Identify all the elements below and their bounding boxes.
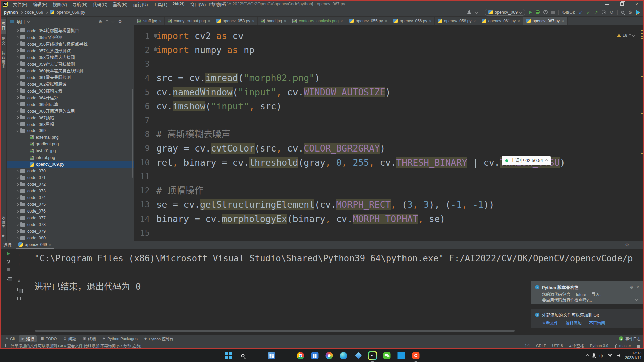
chevron-right-icon[interactable] [16, 109, 19, 112]
chevron-right-icon[interactable] [16, 89, 19, 92]
chevron-right-icon[interactable] [16, 170, 19, 172]
menu-item[interactable]: 编辑(E) [30, 0, 50, 8]
view-files-link[interactable]: 查看文件 [542, 320, 558, 326]
error-stripe[interactable] [640, 25, 644, 241]
tree-item[interactable]: interal.png [7, 154, 134, 161]
tab-stuff.jpg[interactable]: stuff.jpg× [134, 17, 165, 25]
stripe-item-拉取请求[interactable]: 拉取请求 [0, 48, 6, 72]
stripe-item-项目[interactable]: 项目 [0, 19, 6, 34]
tab-opencv_061.py[interactable]: opencv_061.py× [479, 17, 523, 25]
tab-opencv_055.py[interactable]: opencv_055.py× [346, 17, 390, 25]
close-icon[interactable]: × [252, 19, 254, 23]
line-separator[interactable]: CRLF [536, 344, 546, 348]
close-icon[interactable]: × [49, 243, 51, 247]
clear-console-icon[interactable] [17, 297, 21, 300]
close-icon[interactable]: × [159, 19, 161, 23]
tree-item[interactable]: code_061霍夫曼圆检测 [7, 74, 134, 80]
tree-item[interactable]: code_072 [7, 181, 134, 188]
menu-item[interactable]: 窗口(W) [187, 0, 208, 8]
stripe-item-提交[interactable]: 提交 [0, 34, 6, 48]
toolwindow-button-问题[interactable]: ⊘问题 [61, 335, 78, 342]
python-interpreter[interactable]: Python 3.9 [590, 344, 608, 348]
next-warning-icon[interactable] [632, 34, 635, 37]
notification-close-icon[interactable]: × [637, 285, 639, 290]
chevron-right-icon[interactable] [16, 36, 19, 38]
chevron-right-icon[interactable] [16, 116, 19, 118]
tree-item[interactable]: code_070 [7, 168, 134, 174]
restore-button[interactable] [614, 0, 629, 8]
close-icon[interactable]: × [341, 19, 343, 23]
tree-item[interactable]: code_074 [7, 194, 134, 201]
minimize-button[interactable]: — [600, 0, 614, 8]
dont-ask-link[interactable]: 不再询问 [589, 320, 605, 326]
git-commit-icon[interactable]: ✓ [586, 10, 590, 15]
chevron-right-icon[interactable] [16, 217, 19, 219]
hide-panel-icon[interactable]: — [126, 19, 130, 24]
inspections-widget[interactable]: 18 [617, 28, 635, 42]
close-button[interactable]: × [629, 0, 644, 8]
rollback-icon[interactable]: ↺ [610, 10, 614, 15]
close-icon[interactable]: × [385, 19, 387, 23]
git-push-icon[interactable]: ↗ [594, 10, 598, 15]
menu-item[interactable]: 代码(C) [90, 0, 110, 8]
chevron-right-icon[interactable] [16, 49, 19, 51]
prev-warning-icon[interactable] [629, 34, 631, 37]
toolwindow-button-运行[interactable]: ▶运行 [19, 335, 37, 342]
ime-indicator[interactable]: 中 [599, 353, 603, 358]
debug-button[interactable] [536, 10, 540, 14]
event-log-button[interactable]: 1事件日志 [619, 336, 641, 341]
tree-item[interactable]: code_057点多边形测试 [7, 47, 134, 54]
toolwindow-button-终端[interactable]: ▣终端 [80, 335, 98, 342]
tree-item[interactable]: code_059霍夫曼直线检测 [7, 60, 134, 67]
code-editor[interactable]: 1import cv2 as cv2import numpy as np34sr… [134, 25, 644, 241]
run-button[interactable] [529, 10, 532, 14]
star-icon[interactable]: ★ [1, 233, 5, 238]
chevron-right-icon[interactable] [16, 223, 19, 226]
store-taskbar-icon[interactable] [311, 351, 319, 360]
code-with-me-icon[interactable] [467, 10, 472, 14]
chrome-taskbar-icon[interactable] [296, 351, 305, 360]
locate-file-icon[interactable]: ⊕ [98, 19, 102, 24]
breadcrumb-file[interactable]: opencv_069.py [57, 10, 85, 15]
tab-opencv_067.py[interactable]: opencv_067.py× [523, 17, 568, 25]
tree-item[interactable]: code_056直线拟合与极值点寻找 [7, 40, 134, 47]
tab-opencv_056.py[interactable]: opencv_056.py× [390, 17, 435, 25]
tab-opencv_053.py[interactable]: opencv_053.py× [213, 17, 258, 25]
close-icon[interactable]: × [518, 19, 520, 23]
expand-all-icon[interactable] [106, 20, 108, 23]
git-branch-widget[interactable]: master [614, 343, 631, 348]
toolwindow-button-TODO[interactable]: ☰TODO [38, 336, 59, 341]
tab-canny_output.png[interactable]: canny_output.png× [165, 17, 213, 25]
chevron-right-icon[interactable] [16, 42, 19, 45]
toolwindow-button-Python 控制台[interactable]: ◆Python 控制台 [142, 335, 176, 342]
hide-panel-icon[interactable]: — [634, 242, 638, 247]
close-icon[interactable]: × [208, 19, 210, 23]
tree-item[interactable]: code_079 [7, 228, 134, 235]
ide-features-icon[interactable] [636, 10, 640, 15]
chevron-right-icon[interactable] [16, 123, 19, 125]
history-icon[interactable] [602, 10, 606, 14]
collapse-all-icon[interactable] [112, 20, 114, 23]
chevron-up-icon[interactable] [545, 159, 548, 162]
chevron-right-icon[interactable] [16, 103, 19, 105]
notification-settings-icon[interactable]: ⚙ [630, 285, 633, 290]
always-add-link[interactable]: 始终添加 [566, 320, 582, 326]
cctalk-taskbar-icon[interactable]: C [412, 351, 420, 360]
tab-opencv_058.py[interactable]: opencv_058.py× [435, 17, 479, 25]
cctalk-class-widget[interactable]: 上课中 02:50:54 [502, 156, 551, 165]
down-stack-trace-icon[interactable]: ↓ [18, 261, 20, 266]
file-explorer-taskbar-icon[interactable] [282, 351, 290, 360]
chevron-right-icon[interactable] [16, 190, 19, 192]
search-everywhere-icon[interactable] [621, 11, 624, 14]
chevron-down-icon[interactable] [16, 129, 19, 132]
profile-button[interactable] [543, 10, 548, 14]
stop-button[interactable] [7, 268, 10, 272]
toolwindow-button-Python Packages[interactable]: ❖Python Packages [100, 336, 140, 341]
search-taskbar-icon[interactable] [238, 351, 247, 360]
chevron-right-icon[interactable] [16, 82, 19, 85]
chevron-right-icon[interactable] [16, 196, 19, 199]
tree-item[interactable]: code_062膨胀和腐蚀 [7, 80, 134, 87]
start-taskbar-icon[interactable] [224, 351, 233, 360]
notification-git-add[interactable]: i 外部添加的文件可以添加到 Git 查看文件 始终添加 不再询问 [531, 309, 643, 328]
gem-taskbar-icon[interactable] [354, 351, 363, 360]
